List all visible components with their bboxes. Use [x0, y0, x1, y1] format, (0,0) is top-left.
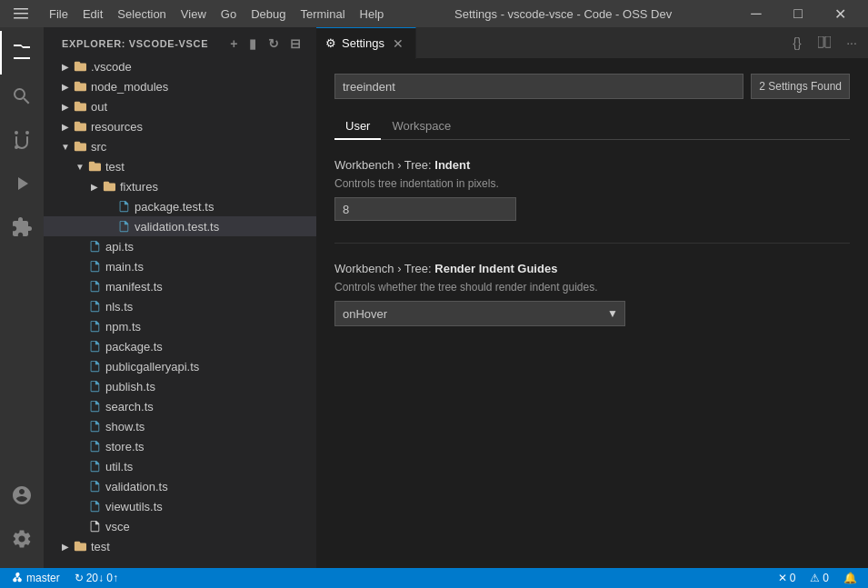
- tab-bar: ⚙ Settings ✕ {} ···: [316, 27, 868, 59]
- tree-item-validation-ts[interactable]: ▶ validation.ts: [44, 476, 316, 496]
- maximize-button[interactable]: □: [777, 0, 819, 27]
- tab-close-button[interactable]: ✕: [390, 35, 406, 52]
- warnings-count: 0: [823, 572, 829, 584]
- menu-view[interactable]: View: [174, 4, 214, 25]
- file-icon: [87, 399, 102, 414]
- menu-debug[interactable]: Debug: [244, 4, 293, 25]
- settings-panel: 2 Settings Found User Workspace Workbenc…: [316, 59, 868, 568]
- explorer-activity-icon[interactable]: [0, 31, 44, 75]
- menu-go[interactable]: Go: [214, 4, 244, 25]
- tree-item-test-root[interactable]: ▶ test: [44, 536, 316, 556]
- tree-item-viewutils-ts[interactable]: ▶ viewutils.ts: [44, 496, 316, 516]
- tree-label: search.ts: [105, 400, 154, 414]
- tree-label: test: [91, 540, 110, 553]
- warnings-status[interactable]: ⚠ 0: [806, 572, 833, 584]
- tree-label: manifest.ts: [105, 280, 163, 294]
- tree-label: npm.ts: [105, 320, 141, 334]
- tree-item-npm-ts[interactable]: ▶ npm.ts: [44, 316, 316, 336]
- status-bar-right: ✕ 0 ⚠ 0 🔔: [774, 572, 861, 584]
- extensions-activity-icon[interactable]: [0, 205, 44, 249]
- tree-item-publish-ts[interactable]: ▶ publish.ts: [44, 376, 316, 396]
- tree-item-validation-test-ts[interactable]: ▶ validation.test.ts: [44, 216, 316, 236]
- toggle-json-button[interactable]: {}: [784, 30, 810, 55]
- tree-item-api-ts[interactable]: ▶ api.ts: [44, 236, 316, 256]
- menu-terminal[interactable]: Terminal: [293, 4, 352, 25]
- tree-item-nls-ts[interactable]: ▶ nls.ts: [44, 296, 316, 316]
- settings-search-input[interactable]: [334, 74, 743, 99]
- menu-file[interactable]: File: [42, 4, 75, 25]
- file-icon: [87, 439, 102, 453]
- tree-label: api.ts: [105, 240, 134, 254]
- collapse-all-icon[interactable]: ⊟: [286, 35, 305, 53]
- folder-icon: [73, 99, 87, 114]
- file-icon: [87, 479, 102, 493]
- notifications-status[interactable]: 🔔: [840, 572, 861, 584]
- errors-status[interactable]: ✕ 0: [774, 572, 800, 584]
- tree-item-package-ts[interactable]: ▶ package.ts: [44, 336, 316, 356]
- tree-item-test[interactable]: ▼ test: [44, 156, 316, 176]
- file-icon: [116, 199, 131, 214]
- file-icon: [116, 219, 131, 234]
- menu-help[interactable]: Help: [353, 4, 392, 25]
- tree-arrow: ▶: [58, 539, 73, 553]
- tree-item-out[interactable]: ▶ out: [44, 96, 316, 116]
- minimize-button[interactable]: ─: [735, 0, 777, 27]
- file-icon: [87, 259, 102, 274]
- git-branch-status[interactable]: master: [7, 572, 64, 584]
- tree-item-main-ts[interactable]: ▶ main.ts: [44, 256, 316, 276]
- tree-item-vscode[interactable]: ▶ .vscode: [44, 56, 316, 76]
- tree-label: resources: [91, 120, 143, 134]
- tab-user[interactable]: User: [334, 114, 381, 140]
- sync-status[interactable]: ↻ 20↓ 0↑: [71, 572, 122, 584]
- settings-search-bar: 2 Settings Found: [334, 74, 850, 99]
- file-icon: [87, 279, 102, 294]
- accounts-activity-icon[interactable]: [0, 473, 44, 517]
- tab-settings[interactable]: ⚙ Settings ✕: [316, 27, 416, 59]
- source-control-activity-icon[interactable]: [0, 118, 44, 162]
- menu-selection[interactable]: Selection: [110, 4, 173, 25]
- svg-rect-2: [14, 17, 28, 19]
- setting-indent-guides-select[interactable]: none onHover always: [334, 301, 625, 326]
- tree-label: publicgalleryapi.ts: [105, 360, 199, 374]
- tab-workspace[interactable]: Workspace: [381, 114, 462, 140]
- run-activity-icon[interactable]: [0, 162, 44, 205]
- split-editor-button[interactable]: [812, 30, 837, 55]
- tree-item-store-ts[interactable]: ▶ store.ts: [44, 436, 316, 456]
- close-button[interactable]: ✕: [819, 0, 861, 27]
- tree-item-src[interactable]: ▼ src: [44, 136, 316, 156]
- tree-label: fixtures: [120, 180, 158, 194]
- tree-arrow: ▼: [58, 139, 73, 154]
- tree-item-search-ts[interactable]: ▶ search.ts: [44, 396, 316, 416]
- tree-item-node-modules[interactable]: ▶ node_modules: [44, 76, 316, 96]
- tree-label: show.ts: [105, 420, 145, 434]
- tree-item-vsce[interactable]: ▶ vsce: [44, 516, 316, 536]
- sidebar-header-actions: + ▮ ↻ ⊟: [226, 35, 305, 53]
- new-file-icon[interactable]: +: [226, 35, 242, 53]
- tree-item-package-test-ts[interactable]: ▶ package.test.ts: [44, 196, 316, 216]
- setting-indent-input[interactable]: [334, 197, 516, 221]
- activity-bar: [0, 27, 44, 568]
- more-actions-button[interactable]: ···: [839, 30, 864, 55]
- svg-rect-1: [14, 13, 28, 15]
- tree-item-publicgalleryapi-ts[interactable]: ▶ publicgalleryapi.ts: [44, 356, 316, 376]
- settings-tabs: User Workspace: [334, 114, 850, 140]
- new-folder-icon[interactable]: ▮: [245, 35, 261, 53]
- tree-arrow: ▶: [58, 99, 73, 114]
- settings-gear-icon[interactable]: [0, 517, 44, 561]
- svg-rect-0: [14, 8, 28, 10]
- refresh-icon[interactable]: ↻: [264, 35, 284, 53]
- warnings-icon: ⚠: [810, 572, 820, 584]
- bell-icon: 🔔: [843, 572, 857, 584]
- svg-rect-4: [825, 36, 831, 47]
- tree-item-fixtures[interactable]: ▶ fixtures: [44, 176, 316, 196]
- tree-item-util-ts[interactable]: ▶ util.ts: [44, 456, 316, 476]
- tree-label: util.ts: [105, 460, 133, 473]
- errors-icon: ✕: [778, 572, 787, 584]
- hamburger-icon[interactable]: [7, 0, 35, 27]
- title-bar-controls: ─ □ ✕: [735, 0, 861, 27]
- tree-item-resources[interactable]: ▶ resources: [44, 116, 316, 136]
- tree-item-manifest-ts[interactable]: ▶ manifest.ts: [44, 276, 316, 296]
- tree-item-show-ts[interactable]: ▶ show.ts: [44, 416, 316, 436]
- search-activity-icon[interactable]: [0, 75, 44, 118]
- menu-edit[interactable]: Edit: [75, 4, 110, 25]
